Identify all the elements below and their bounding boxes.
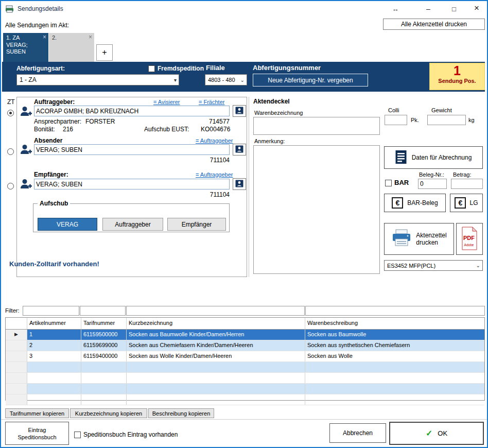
gewicht-input[interactable] (427, 115, 466, 125)
bar-beleg-button[interactable]: € BAR-Beleg (384, 194, 446, 212)
lg-label: LG (469, 199, 478, 206)
avisierer-link[interactable]: = Avisierer (153, 99, 180, 105)
absender-radio[interactable] (7, 148, 14, 155)
euro-icon: € (392, 197, 403, 209)
colli-input[interactable] (385, 115, 407, 125)
aufschub-empfaenger-button[interactable]: Empfänger (167, 218, 226, 231)
absender-label: Absender (34, 137, 62, 144)
aufschub-auftraggeber-button[interactable]: Auftraggeber (102, 218, 163, 231)
maximize-icon[interactable]: □ (447, 3, 461, 14)
cell-artikelnummer: 2 (27, 340, 81, 351)
abfertigungsart-dropdown[interactable]: 1 - ZA ▾ (16, 74, 179, 85)
row-gutter (6, 394, 27, 405)
aktendeckel-panel: Aktendeckel Warenbezeichnung Anmerkung: (250, 92, 382, 279)
table-row[interactable]: ▶ 1 61159500000 Socken aus Baumwolle Kin… (6, 330, 484, 340)
check-icon: ✓ (426, 428, 432, 438)
empfaenger-auftraggeber-link[interactable]: = Auftraggeber (196, 171, 233, 178)
absender-contact-button[interactable] (233, 144, 246, 156)
table-row-empty[interactable] (6, 394, 484, 405)
close-icon[interactable]: × (469, 3, 484, 14)
ansprechpartner-label: Ansprechpartner: (34, 118, 81, 125)
filiale-dropdown[interactable]: 4803 - 480 ⌄ (205, 74, 247, 85)
copy-kurzbezeichnung-button[interactable]: Kurzbezeichnung kopieren (70, 408, 147, 418)
pdf-export-button[interactable]: PDF Adobe (456, 223, 483, 255)
auftraggeber-radio[interactable] (7, 110, 14, 116)
empfaenger-radio[interactable] (7, 183, 14, 189)
aktenzettel-drucken-button[interactable]: Aktenzettel drucken (384, 223, 454, 255)
filter-tarifnummer-input[interactable] (80, 306, 126, 316)
row-gutter (6, 340, 27, 351)
bar-checkbox[interactable] (385, 180, 392, 186)
abfertigungsart-label: Abfertigungsart: (16, 65, 65, 72)
betrag-label: Betrag: (453, 171, 471, 178)
bar-label: BAR (394, 179, 409, 186)
table-row-empty[interactable] (6, 384, 484, 394)
empfaenger-input[interactable] (34, 179, 230, 189)
tab-sendung-2[interactable]: 2. × (49, 33, 94, 62)
empfaenger-contact-button[interactable] (233, 178, 246, 190)
grid-header-artikelnummer[interactable]: Artikelnummer (27, 318, 81, 329)
cell-kurzbezeichnung: Socken aus Wolle Kinder/Damen/Heeren (127, 351, 305, 361)
filter-label: Filter: (5, 307, 20, 314)
table-row[interactable]: 2 61159699000 Socken aus Chemiefasern Ki… (6, 340, 484, 351)
tab1-close-icon[interactable]: × (43, 33, 46, 41)
printer-icon (391, 229, 412, 249)
cell-tarifnummer: 61159500000 (81, 330, 127, 340)
sendung-pos-value: 1 (430, 63, 484, 78)
printer-select-value: ES3452 MFP(PCL) (387, 263, 435, 269)
warenbezeichnung-input[interactable] (253, 117, 380, 135)
speditionsbuch-checkbox[interactable] (74, 432, 81, 438)
copy-tarifnummer-button[interactable]: Tarifnummer kopieren (5, 408, 69, 418)
auftraggeber-contact-button[interactable] (233, 105, 246, 117)
speditionsbuch-button[interactable]: Eintrag Speditionsbuch (5, 422, 69, 445)
grid-header-tarifnummer[interactable]: Tarifnummer (81, 318, 127, 329)
betrag-input[interactable] (451, 179, 483, 189)
add-tab-icon: + (102, 48, 107, 57)
copy-beschreibung-button[interactable]: Beschreibung kopieren (148, 408, 214, 418)
kg-label: kg (468, 117, 475, 123)
absender-auftraggeber-link[interactable]: = Auftraggeber (196, 137, 233, 144)
table-row-empty[interactable] (6, 373, 484, 384)
daten-abrechnung-button[interactable]: Daten für Abrechnung (384, 146, 483, 169)
print-all-aktenzettel-button[interactable]: Alle Aktenzettel drucken (383, 19, 485, 30)
speditionsbuch-button-line1: Eintrag (28, 426, 46, 434)
copy-tarifnummer-label: Tarifnummer kopieren (10, 410, 64, 417)
grid-header-kurzbezeichnung[interactable]: Kurzbezeichnung (127, 318, 305, 329)
ok-button[interactable]: ✓ OK (389, 422, 484, 445)
lg-button[interactable]: € LG (450, 194, 483, 212)
cancel-button[interactable]: Abbrechen (329, 423, 386, 443)
fremdspedition-checkbox[interactable] (148, 65, 155, 72)
filter-kurzbezeichnung-input[interactable] (126, 306, 305, 316)
grid-header-warenbeschreibung[interactable]: Warenbeschreibung (305, 318, 484, 329)
anmerkung-textarea[interactable] (253, 145, 380, 274)
anmerkung-label: Anmerkung: (254, 138, 285, 144)
cell-tarifnummer: 61159699000 (81, 340, 127, 351)
add-tab-button[interactable]: + (96, 44, 113, 61)
absender-input[interactable] (34, 144, 230, 155)
filter-warenbeschreibung-input[interactable] (305, 306, 485, 316)
table-row[interactable]: 3 61159400000 Socken aus Wolle Kinder/Da… (6, 351, 484, 362)
filter-artikelnummer-input[interactable] (23, 306, 79, 316)
grid-header-gutter (6, 318, 27, 329)
copy-kurzbezeichnung-label: Kurzbezeichnung kopieren (75, 410, 142, 417)
aktenzettel-label-1: Aktenzettel (416, 232, 446, 239)
person-add-icon (20, 106, 32, 119)
aufschub-verag-button[interactable]: VERAG (38, 218, 97, 231)
grid-header-row: Artikelnummer Tarifnummer Kurzbezeichnun… (6, 318, 484, 330)
minimize-icon[interactable]: – (421, 3, 435, 14)
bar-beleg-label: BAR-Beleg (407, 199, 438, 206)
auftraggeber-input[interactable] (34, 106, 230, 116)
empfaenger-label: Empfänger: (34, 171, 68, 178)
resize-icon[interactable]: ↔ (388, 3, 403, 14)
tab2-close-icon[interactable]: × (89, 33, 92, 41)
beleg-nr-input[interactable] (418, 179, 447, 189)
tab-sendung-1[interactable]: 1. ZA VERAG; SUBEN × (3, 33, 48, 62)
fraechter-link[interactable]: = Frächter (199, 99, 224, 105)
table-row-empty[interactable] (6, 362, 484, 373)
abfertigungsart-value: 1 - ZA (20, 76, 37, 83)
empfaenger-number: 711104 (208, 191, 230, 198)
right-controls: Colli Pk. Gewicht kg Daten für Abrechnun… (382, 92, 485, 279)
printer-select[interactable]: ES3452 MFP(PCL) ⌄ (384, 260, 483, 271)
neue-abfertigungsnummer-button[interactable]: Neue Abfertigung-Nr. vergeben (253, 74, 368, 87)
aktendeckel-title: Aktendeckel (253, 98, 290, 105)
